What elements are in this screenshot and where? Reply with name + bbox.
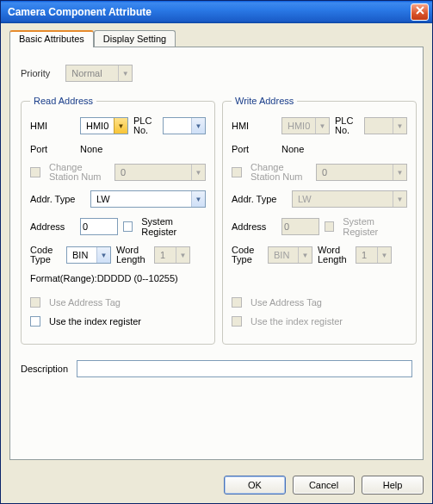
cancel-button[interactable]: Cancel	[293, 476, 355, 495]
read-plc-select[interactable]: ▼	[163, 117, 206, 134]
read-code-type-value: BIN	[69, 250, 96, 260]
tab-display-setting[interactable]: Display Setting	[94, 30, 176, 47]
chevron-down-icon: ▼	[393, 191, 406, 207]
write-address-input	[281, 218, 319, 235]
write-word-length-value: 1	[358, 250, 377, 260]
write-addr-type-label: Addr. Type	[232, 194, 287, 204]
read-system-register-checkbox[interactable]	[123, 221, 133, 232]
read-use-address-tag-checkbox	[30, 297, 40, 308]
chevron-down-icon: ▼	[298, 247, 312, 263]
read-code-type-select[interactable]: BIN ▼	[66, 246, 111, 264]
write-addr-type-select: LW ▼	[292, 190, 407, 208]
dialog-window: Camera Component Attribute Basic Attribu…	[0, 0, 433, 504]
close-button[interactable]	[411, 3, 429, 21]
read-address-input[interactable]	[80, 218, 118, 235]
window-title: Camera Component Attribute	[8, 6, 411, 18]
write-port-label: Port	[232, 144, 276, 154]
read-word-length-value: 1	[157, 250, 176, 260]
chevron-down-icon: ▼	[191, 191, 205, 207]
write-change-station-select: 0 ▼	[316, 164, 407, 181]
read-word-length-select: 1 ▼	[154, 246, 190, 264]
priority-value: Normal	[68, 68, 118, 78]
write-change-station-label: Change Station Num	[251, 163, 311, 182]
tab-panel-basic: Priority Normal ▼ Read Address HMI HMI0 …	[9, 47, 424, 460]
read-port-label: Port	[30, 144, 75, 154]
write-system-register-checkbox	[325, 221, 334, 232]
read-system-register-label: System Register	[141, 216, 206, 237]
tab-basic-attributes[interactable]: Basic Attributes	[9, 30, 94, 47]
write-code-type-label: Code Type	[232, 246, 263, 264]
chevron-down-icon: ▼	[191, 165, 205, 180]
chevron-down-icon: ▼	[315, 118, 329, 134]
read-address-group: Read Address HMI HMI0 ▼ PLC No. ▼	[21, 96, 215, 345]
write-address-label: Address	[232, 221, 276, 232]
chevron-down-icon: ▼	[114, 118, 127, 134]
read-use-address-tag-label: Use Address Tag	[49, 297, 121, 308]
read-change-station-label: Change Station Num	[49, 163, 109, 182]
help-button[interactable]: Help	[362, 476, 424, 495]
read-word-length-label: Word Length	[116, 246, 149, 264]
write-system-register-label: System Register	[343, 216, 407, 237]
write-port-value: None	[281, 144, 304, 154]
read-use-index-register-checkbox[interactable]	[30, 316, 40, 327]
read-change-station-value: 0	[117, 167, 191, 177]
read-format-line: Format(Range):DDDDD (0--10255)	[30, 273, 206, 283]
write-word-length-label: Word Length	[318, 246, 350, 264]
read-change-station-checkbox	[30, 167, 40, 177]
chevron-down-icon: ▼	[176, 247, 189, 263]
write-use-index-register-label: Use the index register	[251, 316, 343, 327]
write-word-length-select: 1 ▼	[356, 246, 392, 264]
read-addr-type-label: Addr. Type	[30, 194, 85, 204]
read-hmi-value: HMI0	[83, 121, 114, 131]
client-area: Basic Attributes Display Setting Priorit…	[1, 23, 432, 469]
write-address-group: Write Address HMI HMI0 ▼ PLC No. ▼	[222, 96, 417, 345]
write-code-type-value: BIN	[270, 250, 298, 260]
read-code-type-label: Code Type	[30, 246, 61, 264]
write-hmi-label: HMI	[232, 121, 276, 131]
titlebar: Camera Component Attribute	[1, 1, 432, 23]
read-legend: Read Address	[30, 96, 96, 106]
chevron-down-icon: ▼	[96, 247, 110, 263]
write-change-station-value: 0	[319, 167, 393, 177]
read-port-value: None	[80, 144, 102, 154]
priority-select: Normal ▼	[65, 65, 133, 82]
chevron-down-icon: ▼	[377, 247, 391, 263]
chevron-down-icon: ▼	[393, 118, 406, 134]
description-label: Description	[21, 364, 68, 374]
priority-label: Priority	[21, 68, 50, 78]
button-bar: OK Cancel Help	[1, 469, 432, 503]
write-plc-label: PLC No.	[335, 116, 359, 135]
write-legend: Write Address	[232, 96, 297, 106]
chevron-down-icon: ▼	[393, 165, 406, 180]
ok-button[interactable]: OK	[224, 476, 286, 495]
read-plc-label: PLC No.	[133, 116, 158, 135]
tab-bar: Basic Attributes Display Setting	[9, 30, 424, 47]
close-icon	[416, 6, 424, 15]
read-hmi-select[interactable]: HMI0 ▼	[80, 117, 128, 134]
write-addr-type-value: LW	[294, 194, 393, 204]
read-use-index-register-label: Use the index register	[49, 316, 141, 327]
read-address-label: Address	[30, 221, 75, 232]
write-change-station-checkbox	[232, 167, 242, 177]
read-addr-type-value: LW	[93, 194, 191, 204]
description-input[interactable]	[77, 360, 412, 377]
write-hmi-value: HMI0	[284, 121, 315, 131]
write-code-type-select: BIN ▼	[268, 246, 312, 264]
write-use-index-register-checkbox	[232, 316, 242, 327]
read-change-station-select: 0 ▼	[114, 164, 206, 181]
read-hmi-label: HMI	[30, 121, 75, 131]
write-plc-select: ▼	[364, 117, 407, 134]
chevron-down-icon: ▼	[191, 118, 205, 134]
write-hmi-select: HMI0 ▼	[281, 117, 330, 134]
write-use-address-tag-checkbox	[232, 297, 242, 308]
read-addr-type-select[interactable]: LW ▼	[90, 190, 206, 208]
write-use-address-tag-label: Use Address Tag	[251, 297, 322, 308]
chevron-down-icon: ▼	[118, 65, 132, 81]
